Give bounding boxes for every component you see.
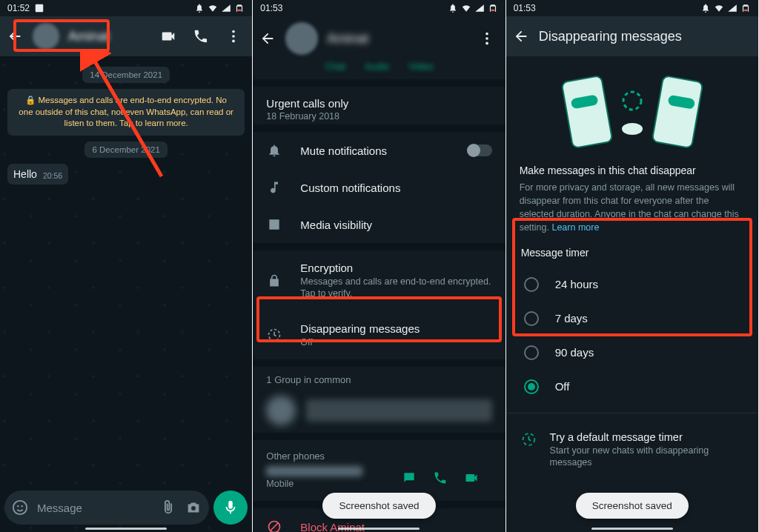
svg-rect-10 bbox=[491, 10, 494, 11]
camera-icon[interactable] bbox=[185, 499, 202, 516]
group-name bbox=[306, 399, 491, 422]
contact-avatar[interactable] bbox=[33, 23, 59, 50]
status-time: 01:53 bbox=[260, 3, 282, 13]
svg-rect-18 bbox=[561, 76, 612, 148]
arrow-left-icon bbox=[513, 28, 529, 44]
description-header: Make messages in this chat disappear bbox=[520, 164, 745, 176]
screen-chat: 01:52 Aminat 14 December 2021 🔒 Messages… bbox=[0, 0, 253, 532]
message-text: Hello bbox=[13, 168, 37, 180]
back-button[interactable] bbox=[6, 27, 24, 45]
signal-icon bbox=[474, 3, 485, 13]
radio-icon bbox=[524, 277, 539, 292]
row-sub: Messages and calls are end-to-end encryp… bbox=[300, 276, 491, 300]
nav-indicator bbox=[338, 528, 420, 530]
description-card: Make messages in this chat disappear For… bbox=[506, 164, 758, 235]
message-input[interactable]: Message bbox=[4, 491, 209, 525]
phone-type: Mobile bbox=[266, 478, 383, 490]
battery-low-icon bbox=[488, 3, 498, 13]
message-icon[interactable] bbox=[402, 471, 417, 485]
back-button[interactable] bbox=[259, 30, 276, 47]
svg-line-16 bbox=[271, 523, 278, 531]
contact-name: Aminat bbox=[327, 31, 469, 47]
wifi-icon bbox=[208, 3, 218, 13]
svg-rect-0 bbox=[36, 4, 44, 13]
svg-point-23 bbox=[622, 123, 643, 135]
radio-icon bbox=[524, 311, 539, 326]
about-date: 18 February 2018 bbox=[266, 111, 491, 122]
timer-option-7d[interactable]: 7 days bbox=[506, 302, 758, 336]
svg-line-9 bbox=[92, 56, 162, 176]
mic-button[interactable] bbox=[213, 491, 248, 525]
divider bbox=[506, 413, 758, 413]
incoming-message[interactable]: Hello 20:56 bbox=[7, 164, 68, 184]
svg-point-3 bbox=[232, 35, 235, 38]
svg-point-4 bbox=[232, 40, 235, 43]
more-menu-icon[interactable] bbox=[479, 30, 495, 47]
group-row[interactable] bbox=[253, 388, 505, 433]
timer-icon bbox=[521, 431, 537, 448]
music-note-icon bbox=[267, 180, 282, 195]
svg-rect-19 bbox=[652, 76, 703, 148]
more-menu-icon[interactable] bbox=[225, 28, 242, 44]
attach-icon[interactable] bbox=[160, 499, 176, 516]
svg-point-12 bbox=[485, 37, 488, 40]
option-label: 7 days bbox=[555, 312, 588, 325]
timer-option-off[interactable]: Off bbox=[506, 370, 758, 404]
about-section[interactable]: Urgent calls only 18 February 2018 bbox=[253, 87, 505, 124]
profile-list: Urgent calls only 18 February 2018 Mute … bbox=[253, 87, 505, 532]
voice-call-icon[interactable] bbox=[193, 28, 209, 44]
timer-icon bbox=[267, 327, 282, 342]
lock-icon bbox=[267, 273, 282, 288]
row-custom-notifications[interactable]: Custom notifications bbox=[253, 169, 505, 206]
video-call-icon[interactable] bbox=[160, 28, 176, 44]
row-media-visibility[interactable]: Media visibility bbox=[253, 206, 505, 243]
screenshot-toast: Screenshot saved bbox=[576, 493, 689, 519]
timer-option-24h[interactable]: 24 hours bbox=[506, 267, 758, 302]
status-bar: 01:53 bbox=[506, 0, 758, 16]
contact-avatar[interactable] bbox=[285, 22, 318, 55]
signal-icon bbox=[221, 3, 231, 13]
disappearing-app-bar: Disappearing messages bbox=[506, 16, 758, 56]
svg-point-7 bbox=[21, 505, 23, 507]
dnd-icon bbox=[448, 3, 458, 13]
screen-disappearing: 01:53 Disappearing messages Make message… bbox=[506, 0, 759, 532]
battery-low-icon bbox=[234, 3, 245, 13]
row-label: Mute notifications bbox=[300, 144, 448, 157]
status-image-icon bbox=[34, 3, 44, 13]
phones-illustration-icon bbox=[558, 68, 706, 150]
timer-option-90d[interactable]: 90 days bbox=[506, 336, 758, 370]
battery-low-icon bbox=[740, 3, 751, 13]
status-time: 01:53 bbox=[514, 3, 536, 13]
divider bbox=[253, 433, 505, 440]
emoji-icon[interactable] bbox=[12, 499, 28, 516]
bell-icon bbox=[267, 143, 282, 158]
annotation-arrow bbox=[80, 50, 169, 184]
phone-number bbox=[266, 466, 362, 476]
svg-point-13 bbox=[485, 42, 488, 45]
back-button[interactable] bbox=[512, 27, 530, 45]
nav-indicator bbox=[591, 528, 673, 530]
option-label: Off bbox=[555, 380, 570, 393]
row-default-timer[interactable]: Try a default message timer Start your n… bbox=[506, 418, 758, 483]
mute-toggle[interactable] bbox=[467, 144, 492, 156]
row-label: Custom notifications bbox=[300, 182, 491, 194]
description-text: For more privacy and storage, all new me… bbox=[520, 181, 745, 235]
status-bar: 01:53 bbox=[253, 0, 505, 16]
dnd-icon bbox=[194, 3, 205, 13]
voice-call-icon[interactable] bbox=[433, 471, 448, 485]
contact-name[interactable]: Aminat bbox=[68, 29, 151, 44]
radio-icon bbox=[524, 345, 539, 360]
row-disappearing-messages[interactable]: Disappearing messages Off bbox=[253, 311, 505, 359]
divider bbox=[253, 243, 505, 250]
svg-point-5 bbox=[13, 501, 27, 514]
row-encryption[interactable]: Encryption Messages and calls are end-to… bbox=[253, 250, 505, 311]
row-sub: Off bbox=[300, 336, 491, 348]
row-mute-notifications[interactable]: Mute notifications bbox=[253, 132, 505, 169]
divider bbox=[253, 79, 505, 87]
signal-icon bbox=[727, 3, 738, 13]
media-tabs[interactable]: ChatAudioVideo bbox=[253, 61, 505, 79]
video-call-icon[interactable] bbox=[464, 471, 479, 485]
option-label: 90 days bbox=[555, 346, 594, 359]
svg-point-22 bbox=[623, 92, 641, 110]
learn-more-link[interactable]: Learn more bbox=[551, 222, 599, 233]
